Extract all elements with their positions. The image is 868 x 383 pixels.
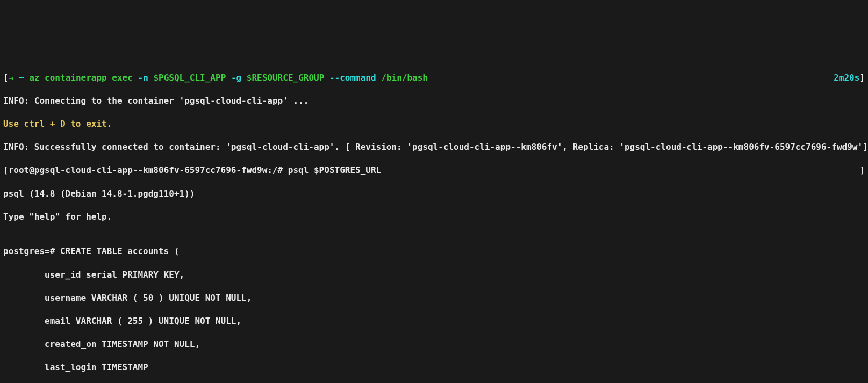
shell-prompt-psql: root@pgsql-cloud-cli-app--km806fv-6597cc… (9, 165, 382, 175)
exit-hint: Use ctrl + D to exit. (3, 118, 865, 130)
bracket-close-right: ] (859, 73, 865, 83)
sql-create-table-2: user_id serial PRIMARY KEY, (3, 269, 865, 281)
sql-create-table-5: created_on TIMESTAMP NOT NULL, (3, 338, 865, 350)
flag-n: -n (138, 73, 154, 83)
flag-command: --command (329, 73, 381, 83)
var-pgsql-cli-app: $PGSQL_CLI_APP (153, 73, 231, 83)
prompt-arrow-icon: → (9, 73, 14, 83)
cmd-az: az containerapp exec (29, 73, 138, 83)
bracket-open: [ (3, 73, 9, 83)
top-command-line: [→ ~ az containerapp exec -n $PGSQL_CLI_… (3, 72, 865, 84)
terminal[interactable]: [→ ~ az containerapp exec -n $PGSQL_CLI_… (3, 48, 865, 383)
bracket-open-l4: [ (3, 165, 9, 175)
elapsed-time: 2m20s (834, 73, 859, 83)
bracket-close-l4: ] (859, 164, 865, 176)
sql-create-table-1: postgres=# CREATE TABLE accounts ( (3, 245, 865, 257)
prompt-tilde: ~ (19, 73, 24, 83)
psql-help-hint: Type "help" for help. (3, 211, 865, 223)
var-resource-group: $RESOURCE_GROUP (247, 73, 329, 83)
info-connected: INFO: Successfully connected to containe… (3, 141, 865, 153)
flag-g: -g (231, 73, 247, 83)
cmd-bin-bash: /bin/bash (381, 73, 428, 83)
info-connecting: INFO: Connecting to the container 'pgsql… (3, 95, 865, 107)
sql-create-table-6: last_login TIMESTAMP (3, 362, 865, 373)
sql-create-table-3: username VARCHAR ( 50 ) UNIQUE NOT NULL, (3, 292, 865, 304)
sql-create-table-4: email VARCHAR ( 255 ) UNIQUE NOT NULL, (3, 315, 865, 327)
psql-version: psql (14.8 (Debian 14.8-1.pgdg110+1)) (3, 188, 865, 200)
